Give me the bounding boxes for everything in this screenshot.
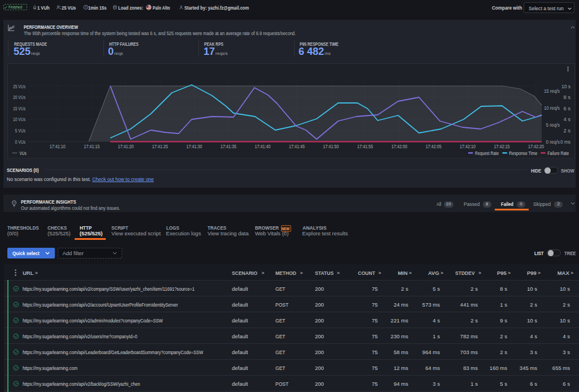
svg-text:10 s: 10 s bbox=[561, 83, 571, 89]
svg-text:15 VUs: 15 VUs bbox=[13, 105, 25, 111]
svg-text:5 VUs: 5 VUs bbox=[15, 127, 26, 133]
svg-text:4 s: 4 s bbox=[564, 116, 571, 122]
svg-text:17:41:15: 17:41:15 bbox=[84, 143, 100, 149]
svg-text:6 s: 6 s bbox=[564, 105, 571, 111]
svg-text:VUs: VUs bbox=[20, 150, 27, 156]
svg-text:17:41:20: 17:41:20 bbox=[118, 143, 134, 149]
svg-text:Response Time: Response Time bbox=[509, 150, 537, 156]
svg-text:17:41:30: 17:41:30 bbox=[187, 143, 202, 149]
svg-text:0 req/s: 0 req/s bbox=[546, 139, 560, 145]
svg-text:Request Rate: Request Rate bbox=[475, 150, 499, 156]
svg-text:17:42:20: 17:42:20 bbox=[528, 143, 544, 149]
svg-text:17:42:05: 17:42:05 bbox=[426, 143, 442, 149]
svg-text:10 VUs: 10 VUs bbox=[13, 116, 25, 122]
svg-text:17:42:15: 17:42:15 bbox=[494, 143, 510, 149]
svg-text:0 ms: 0 ms bbox=[560, 139, 571, 145]
svg-text:17:41:45: 17:41:45 bbox=[289, 143, 305, 149]
svg-text:17:41:40: 17:41:40 bbox=[254, 143, 270, 149]
svg-text:10 req/s: 10 req/s bbox=[544, 105, 560, 111]
svg-text:17:41:50: 17:41:50 bbox=[323, 143, 339, 149]
svg-text:0 VUs: 0 VUs bbox=[15, 139, 26, 145]
svg-text:17:41:25: 17:41:25 bbox=[152, 143, 168, 149]
svg-text:17:42:00: 17:42:00 bbox=[391, 143, 407, 149]
svg-text:Failure Rate: Failure Rate bbox=[547, 150, 569, 156]
svg-text:2 s: 2 s bbox=[564, 127, 571, 133]
svg-text:20 VUs: 20 VUs bbox=[13, 94, 25, 100]
svg-text:17:41:35: 17:41:35 bbox=[221, 143, 236, 149]
svg-text:5 req/s: 5 req/s bbox=[546, 122, 560, 128]
svg-text:17:41:55: 17:41:55 bbox=[357, 143, 373, 149]
svg-text:17:41:10: 17:41:10 bbox=[50, 143, 66, 149]
svg-text:17:42:10: 17:42:10 bbox=[460, 143, 476, 149]
svg-text:8 s: 8 s bbox=[564, 94, 571, 100]
svg-text:25 VUs: 25 VUs bbox=[13, 83, 25, 89]
svg-text:15 req/s: 15 req/s bbox=[544, 88, 560, 94]
